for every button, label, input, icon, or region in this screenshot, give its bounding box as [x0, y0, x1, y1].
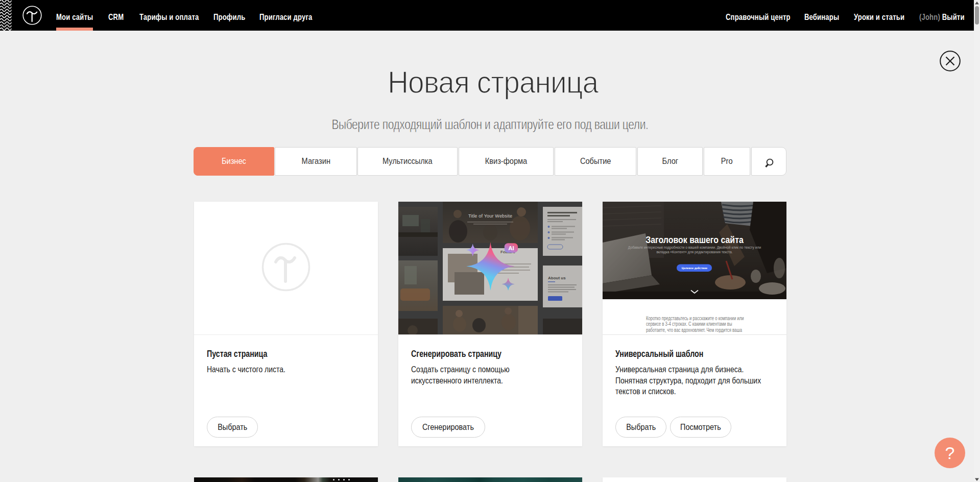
- svg-text:вкладка «Контент» для редактир: вкладка «Контент» для редактирования тек…: [656, 250, 732, 254]
- svg-text:Целевое действие: Целевое действие: [682, 267, 707, 270]
- svg-text:работаете, что вас вдохновляет: работаете, что вас вдохновляет. Чем горд…: [646, 327, 743, 333]
- svg-text:Добавьте интересные подробност: Добавьте интересные подробности о вашей …: [628, 246, 761, 250]
- svg-text:Title of Your Website: Title of Your Website: [468, 213, 512, 219]
- svg-text:About us: About us: [548, 276, 566, 280]
- svg-text:сервисе в 3-4 строках. С каким: сервисе в 3-4 строках. С какими клиентам…: [646, 321, 732, 327]
- svg-text:Заголовок вашего сайта: Заголовок вашего сайта: [646, 234, 744, 246]
- svg-text:AI: AI: [508, 245, 514, 251]
- svg-text:Коротко представьтесь и расска: Коротко представьтесь и расскажите о ком…: [646, 316, 744, 321]
